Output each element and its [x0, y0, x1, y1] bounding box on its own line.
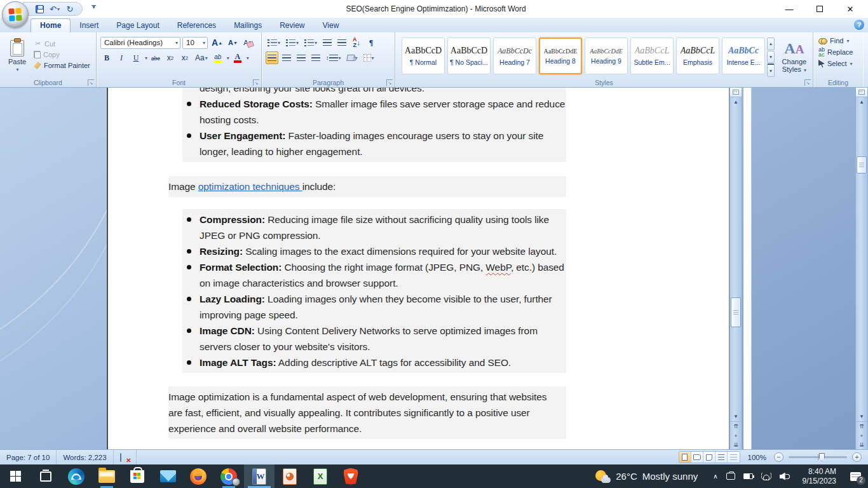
- minimize-button[interactable]: —: [783, 3, 796, 15]
- show-hidden-icons-button[interactable]: ∧: [713, 473, 717, 480]
- scrollbar-thumb-outer[interactable]: [857, 156, 867, 173]
- full-screen-reading-view-button[interactable]: [691, 452, 703, 463]
- sort-button[interactable]: AZ↓: [350, 36, 363, 49]
- scroll-up-arrow[interactable]: ▲: [730, 97, 742, 107]
- word-count[interactable]: Words: 2,223: [57, 450, 113, 464]
- taskbar-word[interactable]: W: [244, 464, 275, 488]
- customize-qat-button[interactable]: ▾: [92, 5, 96, 8]
- grow-font-button[interactable]: A▲: [210, 36, 224, 49]
- borders-button[interactable]: ▾: [362, 51, 376, 64]
- taskbar-chrome[interactable]: [214, 464, 244, 488]
- taskbar-store[interactable]: [122, 464, 153, 488]
- save-button[interactable]: [34, 3, 45, 15]
- previous-page-button-outer[interactable]: ⇈: [856, 422, 867, 431]
- view-ruler-toggle-outer[interactable]: [856, 88, 867, 97]
- justify-button[interactable]: [309, 51, 322, 64]
- clipboard-dialog-launcher[interactable]: [88, 79, 94, 86]
- scroll-down-arrow-outer[interactable]: ▼: [856, 412, 867, 421]
- font-color-button[interactable]: A: [231, 51, 244, 64]
- view-ruler-toggle[interactable]: [730, 88, 742, 97]
- style-emphasis[interactable]: AaBbCcLEmphasis: [676, 37, 719, 74]
- office-button[interactable]: [2, 1, 29, 28]
- numbering-button[interactable]: ▾: [284, 36, 301, 49]
- outline-view-button[interactable]: [715, 452, 728, 463]
- window-scrollbar[interactable]: ▲ ▼ ⇈ ● ⇊: [855, 88, 868, 449]
- select-button[interactable]: Select ▾: [816, 60, 860, 67]
- weather-widget[interactable]: 26°C Mostly sunny: [587, 464, 707, 488]
- taskbar-firefox[interactable]: [183, 464, 214, 488]
- previous-page-button[interactable]: ⇈: [730, 422, 742, 431]
- proofing-status[interactable]: ✕: [114, 450, 137, 464]
- tab-mailings[interactable]: Mailings: [225, 19, 271, 32]
- zoom-in-button[interactable]: +: [852, 452, 862, 462]
- redo-button[interactable]: ↻: [64, 3, 76, 15]
- clock[interactable]: 8:40 AM 9/15/2023: [796, 467, 843, 486]
- taskbar-file-explorer[interactable]: [92, 464, 122, 488]
- tab-home[interactable]: Home: [31, 18, 71, 32]
- font-name-combo[interactable]: Calibri (Headings)▾: [100, 37, 180, 49]
- align-right-button[interactable]: [295, 51, 308, 64]
- scrollbar-track-outer[interactable]: [856, 107, 867, 412]
- web-layout-view-button[interactable]: [703, 452, 715, 463]
- clear-formatting-button[interactable]: Aa: [241, 36, 254, 49]
- scroll-up-arrow-outer[interactable]: ▲: [856, 97, 867, 107]
- zoom-slider-thumb[interactable]: [819, 453, 825, 461]
- format-painter-button[interactable]: Format Painter: [32, 61, 92, 70]
- superscript-button[interactable]: x2: [179, 51, 191, 64]
- select-browse-object-button-outer[interactable]: ●: [856, 431, 867, 440]
- change-styles-button[interactable]: AA ChangeStyles ▾: [778, 37, 810, 77]
- next-page-button[interactable]: ⇊: [730, 440, 742, 449]
- scrollbar-track[interactable]: [730, 107, 742, 412]
- styles-more-button[interactable]: ▼: [767, 64, 775, 77]
- style-heading-8[interactable]: AaBbCcDdEHeading 8: [539, 37, 582, 74]
- copy-button[interactable]: Copy: [32, 50, 92, 59]
- replace-button[interactable]: abacReplace: [816, 47, 860, 57]
- tablet-mode-icon[interactable]: [726, 473, 735, 480]
- zoom-out-button[interactable]: −: [774, 452, 783, 462]
- style-subtle-em[interactable]: AaBbCcLSubtle Em...: [630, 37, 674, 74]
- font-size-combo[interactable]: 10▾: [182, 37, 208, 49]
- italic-button[interactable]: I: [115, 51, 128, 64]
- wifi-icon[interactable]: [761, 473, 771, 480]
- decrease-indent-button[interactable]: [321, 36, 334, 49]
- next-page-button-outer[interactable]: ⇊: [856, 440, 867, 449]
- document-scrollbar[interactable]: ▲ ▼ ⇈ ● ⇊: [729, 88, 742, 449]
- task-view-button[interactable]: [31, 464, 61, 488]
- style-heading-7[interactable]: AaBbCcDcHeading 7: [493, 37, 536, 74]
- taskbar-edge[interactable]: [61, 464, 92, 488]
- strikethrough-button[interactable]: abe: [149, 51, 162, 64]
- shading-button[interactable]: ▾: [345, 51, 360, 64]
- close-button[interactable]: ✕: [844, 3, 857, 15]
- taskbar-mail[interactable]: [153, 464, 183, 488]
- draft-view-button[interactable]: [728, 452, 740, 463]
- action-center-button[interactable]: 2: [843, 464, 868, 488]
- underline-button[interactable]: U: [130, 51, 142, 64]
- shrink-font-button[interactable]: A▼: [226, 36, 240, 49]
- tab-review[interactable]: Review: [271, 19, 313, 32]
- taskbar-powerpoint[interactable]: [275, 464, 305, 488]
- start-button[interactable]: [0, 464, 31, 488]
- styles-scroll-down-button[interactable]: ▼: [767, 51, 775, 64]
- tab-page-layout[interactable]: Page Layout: [107, 19, 168, 32]
- style-no-spaci[interactable]: AaBbCcD¶ No Spaci...: [447, 37, 491, 74]
- change-case-button[interactable]: Aa▾: [193, 51, 210, 64]
- bullets-button[interactable]: ▾: [266, 36, 282, 49]
- multilevel-list-button[interactable]: ▾: [302, 36, 319, 49]
- paste-button[interactable]: Paste ▾: [3, 35, 32, 77]
- styles-scroll-up-button[interactable]: ▲: [767, 37, 775, 50]
- align-left-button[interactable]: [266, 51, 278, 64]
- style-intense-e[interactable]: AaBbCcIntense E...: [722, 37, 765, 74]
- styles-dialog-launcher[interactable]: [804, 79, 811, 86]
- page-indicator[interactable]: Page: 7 of 10: [0, 450, 57, 464]
- select-browse-object-button[interactable]: ●: [730, 431, 742, 440]
- taskbar-excel[interactable]: X: [305, 464, 336, 488]
- zoom-level[interactable]: 100%: [743, 454, 771, 461]
- tab-insert[interactable]: Insert: [71, 19, 107, 32]
- bold-button[interactable]: B: [100, 51, 113, 64]
- align-center-button[interactable]: [280, 51, 293, 64]
- zoom-slider[interactable]: [789, 456, 847, 458]
- paragraph-dialog-launcher[interactable]: [386, 79, 393, 86]
- tab-references[interactable]: References: [168, 19, 225, 32]
- subscript-button[interactable]: x2: [164, 51, 177, 64]
- restore-button[interactable]: [813, 3, 826, 15]
